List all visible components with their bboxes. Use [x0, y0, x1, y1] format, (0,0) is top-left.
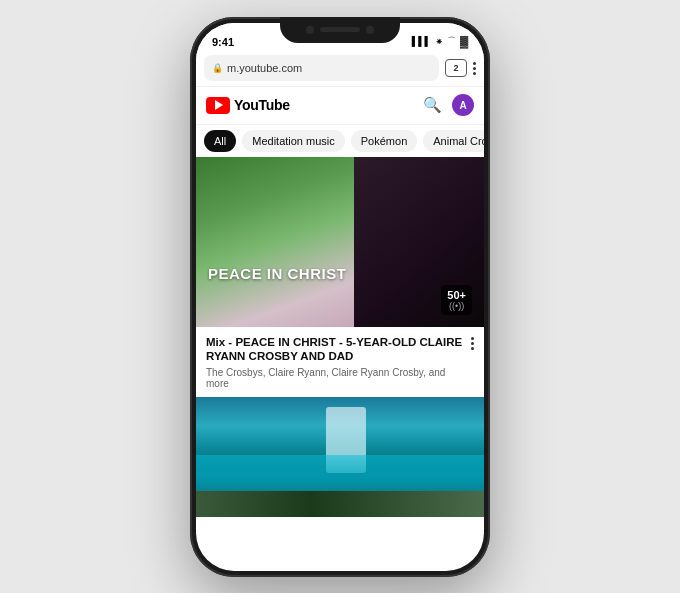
video-menu-button-1[interactable] [465, 335, 474, 350]
battery-icon: ▓ [460, 35, 468, 47]
user-avatar[interactable]: A [452, 94, 474, 116]
chip-pokemon[interactable]: Pokémon [351, 130, 417, 152]
chip-animal-cross[interactable]: Animal Cross [423, 130, 484, 152]
video-title-1: Mix - PEACE IN CHRIST - 5-YEAR-OLD CLAIR… [206, 335, 465, 365]
url-field[interactable]: 🔒 m.youtube.com [204, 55, 439, 81]
video-details-1: Mix - PEACE IN CHRIST - 5-YEAR-OLD CLAIR… [206, 335, 465, 390]
playlist-icon: ((•)) [447, 301, 466, 311]
notch [280, 17, 400, 43]
signal-icon: ▌▌▌ [412, 36, 431, 46]
chip-meditation[interactable]: Meditation music [242, 130, 345, 152]
youtube-header: YouTube 🔍 A [196, 87, 484, 125]
youtube-icon [206, 97, 230, 114]
playlist-badge: 50+ ((•)) [441, 285, 472, 315]
phone-mockup: 9:41 ▌▌▌ ⁕ ⌒ ▓ 🔒 m.youtube.com 2 [190, 17, 490, 577]
search-icon[interactable]: 🔍 [423, 96, 442, 114]
status-time: 9:41 [212, 36, 234, 48]
status-icons: ▌▌▌ ⁕ ⌒ ▓ [412, 35, 468, 48]
lock-icon: 🔒 [212, 63, 223, 73]
notch-speaker [320, 27, 360, 32]
wifi-icon: ⌒ [447, 35, 456, 48]
phone-screen: 9:41 ▌▌▌ ⁕ ⌒ ▓ 🔒 m.youtube.com 2 [196, 23, 484, 571]
chip-all[interactable]: All [204, 130, 236, 152]
video-info-1: Mix - PEACE IN CHRIST - 5-YEAR-OLD CLAIR… [196, 327, 484, 398]
notch-sensor [366, 26, 374, 34]
youtube-header-icons: 🔍 A [423, 94, 474, 116]
notch-camera [306, 26, 314, 34]
address-bar: 🔒 m.youtube.com 2 [196, 51, 484, 87]
video-thumbnail-1[interactable]: PEACE IN CHRIST 50+ ((•)) [196, 157, 484, 327]
video-overlay-text: PEACE IN CHRIST [208, 265, 346, 282]
video-channel-1: The Crosbys, Claire Ryann, Claire Ryann … [206, 367, 465, 389]
bluetooth-icon: ⁕ [435, 36, 443, 47]
filter-bar: All Meditation music Pokémon Animal Cros… [196, 125, 484, 157]
youtube-logo: YouTube [206, 97, 290, 114]
url-text: m.youtube.com [227, 62, 302, 74]
more-menu-button[interactable] [473, 62, 476, 75]
youtube-wordmark: YouTube [234, 97, 290, 113]
playlist-count: 50+ [447, 289, 466, 301]
tab-count-button[interactable]: 2 [445, 59, 467, 77]
play-triangle [215, 100, 223, 110]
thumbnail-background-2 [196, 397, 484, 517]
video-thumbnail-2[interactable] [196, 397, 484, 517]
